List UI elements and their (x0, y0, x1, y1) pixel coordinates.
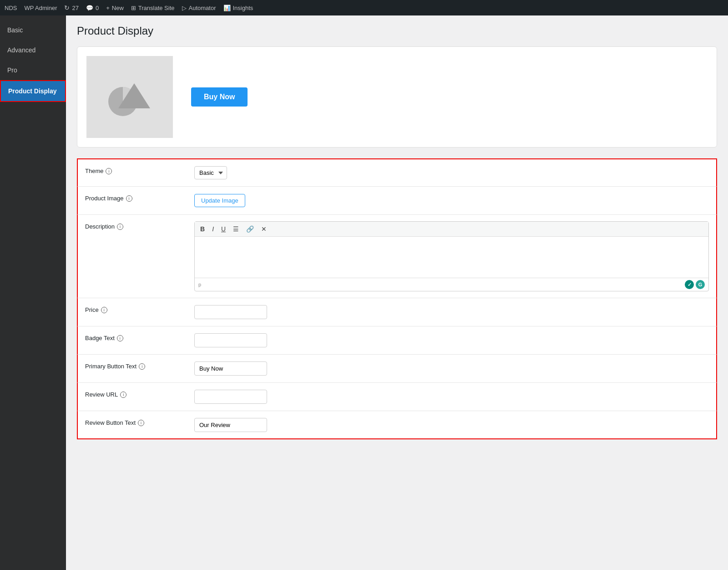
review-url-input[interactable] (194, 390, 267, 404)
sidebar-item-advanced[interactable]: Advanced (0, 40, 66, 60)
price-info-icon[interactable]: i (101, 307, 107, 313)
preview-box: Buy Now (77, 46, 717, 148)
primary-button-text-row: Primary Button Text i (77, 355, 717, 383)
layout: Basic Advanced Pro Product Display Produ… (0, 15, 728, 570)
buy-now-preview-button[interactable]: Buy Now (191, 87, 248, 107)
review-button-text-label: Review Button Text (85, 419, 136, 426)
automator-item[interactable]: ▷ Automator (182, 5, 216, 11)
product-image-row: Product Image i Update Image (77, 187, 717, 215)
plus-icon: + (106, 5, 110, 11)
new-item[interactable]: + New (106, 5, 124, 11)
grammar-check-icon-teal[interactable]: G (696, 280, 705, 289)
translate-site-item[interactable]: ⊞ Translate Site (131, 5, 175, 11)
comment-count: 0 (96, 5, 99, 11)
editor-format-indicator: p (198, 282, 201, 287)
description-row: Description i B I U ☰ 🔗 ✕ (77, 215, 717, 298)
sidebar-item-basic[interactable]: Basic (0, 20, 66, 40)
admin-bar: NDS WP Adminer ↻ 27 💬 0 + New ⊞ Translat… (0, 0, 728, 15)
settings-panel: Theme i Basic Product Image i (77, 158, 717, 439)
sidebar: Basic Advanced Pro Product Display (0, 15, 66, 570)
primary-button-text-label-cell: Primary Button Text i (78, 355, 187, 382)
comment-icon: 💬 (86, 5, 93, 11)
theme-select[interactable]: Basic (194, 166, 227, 179)
main-content: Product Display Buy Now (66, 15, 728, 570)
badge-text-label-cell: Badge Text i (78, 326, 187, 354)
insights-item[interactable]: 📊 Insights (223, 5, 253, 11)
italic-button[interactable]: I (210, 224, 216, 234)
automator-label: Automator (189, 5, 216, 11)
translate-site-label: Translate Site (138, 5, 175, 11)
update-image-button[interactable]: Update Image (194, 194, 245, 207)
bold-button[interactable]: B (198, 224, 207, 234)
translate-icon: ⊞ (131, 5, 136, 11)
review-url-row: Review URL i (77, 383, 717, 411)
expand-button[interactable]: ✕ (259, 224, 268, 234)
badge-text-control-cell (187, 326, 716, 354)
price-control-cell (187, 298, 716, 326)
review-button-text-label-cell: Review Button Text i (78, 411, 187, 438)
description-label-text: Description (85, 223, 115, 230)
price-row: Price i (77, 298, 717, 326)
theme-control-cell: Basic (187, 159, 716, 186)
badge-text-row: Badge Text i (77, 326, 717, 355)
product-image-preview (86, 56, 173, 138)
review-url-control-cell (187, 383, 716, 411)
review-button-text-row: Review Button Text i (77, 411, 717, 439)
product-image-control-cell: Update Image (187, 187, 716, 214)
description-editor-body[interactable] (195, 237, 708, 278)
review-button-text-control-cell (187, 411, 716, 438)
review-url-info-icon[interactable]: i (120, 392, 126, 398)
primary-button-text-info-icon[interactable]: i (139, 363, 145, 370)
list-button[interactable]: ☰ (231, 224, 241, 234)
description-control-cell: B I U ☰ 🔗 ✕ p ✓ (187, 215, 716, 298)
new-label: New (112, 5, 124, 11)
description-label-cell: Description i (78, 215, 187, 298)
editor-toolbar: B I U ☰ 🔗 ✕ (195, 222, 708, 237)
sidebar-item-pro[interactable]: Pro (0, 60, 66, 80)
wp-admin-link[interactable]: WP Adminer (24, 5, 57, 11)
badge-text-info-icon[interactable]: i (117, 335, 123, 341)
badge-text-input[interactable] (194, 333, 267, 347)
product-image-label-text: Product Image (85, 195, 124, 202)
sidebar-item-product-display[interactable]: Product Display (0, 80, 66, 102)
automator-icon: ▷ (182, 5, 187, 11)
price-label-cell: Price i (78, 298, 187, 326)
link-button[interactable]: 🔗 (244, 224, 256, 234)
primary-button-text-input[interactable] (194, 361, 267, 376)
theme-label-text: Theme (85, 168, 103, 174)
wp-admin-label: WP Adminer (24, 5, 57, 11)
theme-info-icon[interactable]: i (106, 168, 112, 174)
comment-count-item[interactable]: 💬 0 (86, 5, 99, 11)
primary-button-text-control-cell (187, 355, 716, 382)
insights-icon: 📊 (223, 5, 231, 11)
site-name-label: NDS (5, 5, 17, 11)
grammar-check-icon-green[interactable]: ✓ (685, 280, 694, 289)
product-image-label-cell: Product Image i (78, 187, 187, 214)
review-url-label-text: Review URL (85, 391, 118, 398)
theme-label-cell: Theme i (78, 159, 187, 186)
price-input[interactable] (194, 305, 267, 319)
primary-button-text-label: Primary Button Text (85, 363, 136, 370)
update-icon: ↻ (64, 4, 70, 11)
underline-button[interactable]: U (219, 224, 228, 234)
editor-footer-icons: ✓ G (685, 280, 705, 289)
update-count: 27 (72, 5, 78, 11)
badge-text-label-text: Badge Text (85, 335, 115, 341)
theme-row: Theme i Basic (77, 158, 717, 187)
page-title: Product Display (77, 25, 717, 37)
update-count-item[interactable]: ↻ 27 (64, 4, 78, 11)
product-image-info-icon[interactable]: i (126, 195, 132, 202)
editor-footer: p ✓ G (195, 278, 708, 291)
insights-label: Insights (233, 5, 253, 11)
site-name[interactable]: NDS (5, 5, 17, 11)
review-button-text-input[interactable] (194, 418, 267, 432)
review-button-text-info-icon[interactable]: i (138, 420, 144, 426)
price-label-text: Price (85, 306, 99, 313)
review-url-label-cell: Review URL i (78, 383, 187, 411)
description-info-icon[interactable]: i (117, 224, 123, 230)
description-editor: B I U ☰ 🔗 ✕ p ✓ (194, 221, 709, 291)
